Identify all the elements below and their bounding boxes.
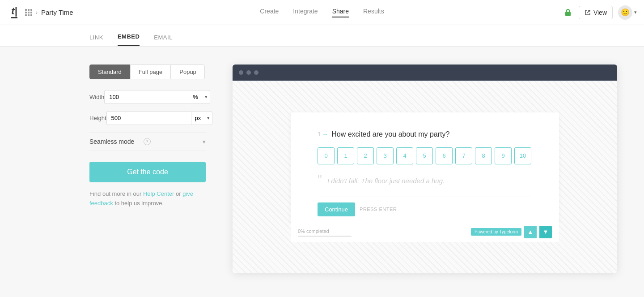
height-input-group: px % <box>106 111 212 125</box>
height-unit-select[interactable]: px % <box>191 111 212 125</box>
seamless-chevron-icon: ▾ <box>203 138 206 145</box>
breadcrumb-chevron: › <box>36 9 38 16</box>
scale-button-4[interactable]: 4 <box>396 147 413 164</box>
progress-bar-area: 0% completed Powered by Typeform ▲ ▼ <box>291 222 559 242</box>
avatar-chevron[interactable]: ▾ <box>634 9 637 15</box>
scale-button-1[interactable]: 1 <box>337 147 354 164</box>
embed-fullpage-button[interactable]: Full page <box>130 65 171 79</box>
height-field-row: Height px % <box>89 111 206 125</box>
question-text: How excited are you about my party? <box>331 130 449 138</box>
width-label: Width <box>89 94 104 100</box>
seamless-label: Seamless mode <box>89 138 142 145</box>
seamless-help-icon[interactable]: ? <box>144 138 151 145</box>
form-nav-up-button[interactable]: ▲ <box>524 226 537 238</box>
top-nav: t| › Party Time Create Integrate Share R… <box>0 0 644 25</box>
nav-integrate[interactable]: Integrate <box>293 8 318 17</box>
svg-rect-0 <box>565 12 571 16</box>
scale-button-7[interactable]: 7 <box>455 147 472 164</box>
preview-titlebar <box>233 65 617 81</box>
height-input[interactable] <box>106 111 191 125</box>
lock-icon <box>563 7 573 18</box>
titlebar-dot-1 <box>239 70 243 75</box>
titlebar-dot-3 <box>254 70 258 75</box>
apps-grid-icon[interactable] <box>25 9 32 16</box>
embed-standard-button[interactable]: Standard <box>89 65 130 79</box>
scale-button-3[interactable]: 3 <box>377 147 394 164</box>
titlebar-dot-2 <box>246 70 251 75</box>
width-unit-select[interactable]: % px <box>189 90 210 104</box>
powered-area: Powered by Typeform ▲ ▼ <box>471 226 552 238</box>
scale-button-10[interactable]: 10 <box>514 147 531 164</box>
nav-create[interactable]: Create <box>260 8 279 17</box>
progress-left: 0% completed <box>298 227 352 237</box>
get-code-button[interactable]: Get the code <box>89 162 206 182</box>
form-card: 1 → How excited are you about my party? … <box>291 112 559 222</box>
seamless-row[interactable]: Seamless mode ? ▾ <box>89 132 206 151</box>
height-unit-wrapper: px % <box>191 111 212 125</box>
width-input[interactable] <box>104 90 189 104</box>
help-text: Find out more in our Help Center or give… <box>89 189 206 208</box>
scale-button-2[interactable]: 2 <box>357 147 374 164</box>
enter-hint: press ENTER <box>360 207 397 212</box>
external-link-icon <box>585 9 591 16</box>
continue-button[interactable]: Continue <box>318 202 355 216</box>
quote-mark-icon: " <box>318 173 322 186</box>
logo-icon: t| <box>11 6 17 18</box>
form-title: Party Time <box>41 9 73 16</box>
embed-type-buttons: Standard Full page Popup <box>89 65 206 79</box>
main-content: Standard Full page Popup Width % px Heig… <box>0 47 644 297</box>
question-number: 1 → <box>318 131 328 138</box>
nav-right: View 🙂 ▾ <box>563 5 637 20</box>
tab-link[interactable]: Link <box>89 34 103 46</box>
view-button[interactable]: View <box>579 6 613 19</box>
scale-button-6[interactable]: 6 <box>436 147 453 164</box>
nav-share[interactable]: Share <box>332 8 349 17</box>
form-nav-down-button[interactable]: ▼ <box>539 226 552 238</box>
scale-row: 012345678910 <box>318 147 532 164</box>
form-footer: Continue press ENTER <box>318 197 532 222</box>
width-field-row: Width % px <box>89 90 206 104</box>
right-panel: 1 → How excited are you about my party? … <box>233 65 617 279</box>
nav-left: t| › Party Time <box>7 5 73 20</box>
main-nav: Create Integrate Share Results <box>260 8 384 17</box>
scale-button-5[interactable]: 5 <box>416 147 433 164</box>
tab-embed[interactable]: Embed <box>118 33 140 46</box>
progress-track <box>298 236 352 237</box>
left-panel: Standard Full page Popup Width % px Heig… <box>89 65 206 279</box>
width-input-group: % px <box>104 90 210 104</box>
tab-email[interactable]: Email <box>154 34 173 46</box>
scale-button-0[interactable]: 0 <box>318 147 335 164</box>
progress-text: 0% completed <box>298 228 329 234</box>
embed-popup-button[interactable]: Popup <box>171 65 205 79</box>
quote-area: " I didn't fall. The floor just needed a… <box>318 175 532 186</box>
question-label: 1 → How excited are you about my party? <box>318 130 532 138</box>
nav-results[interactable]: Results <box>363 8 384 17</box>
sub-nav: Link Embed Email <box>0 25 644 47</box>
preview-window: 1 → How excited are you about my party? … <box>233 65 617 273</box>
width-unit-wrapper: % px <box>189 90 210 104</box>
powered-by-badge: Powered by Typeform <box>471 228 521 236</box>
scale-button-8[interactable]: 8 <box>475 147 492 164</box>
logo[interactable]: t| <box>7 5 21 20</box>
help-center-link[interactable]: Help Center <box>143 190 174 197</box>
avatar[interactable]: 🙂 <box>618 5 632 20</box>
preview-body: 1 → How excited are you about my party? … <box>233 81 617 273</box>
scale-button-9[interactable]: 9 <box>495 147 512 164</box>
answer-placeholder: I didn't fall. The floor just needed a h… <box>327 175 445 185</box>
height-label: Height <box>89 115 106 121</box>
